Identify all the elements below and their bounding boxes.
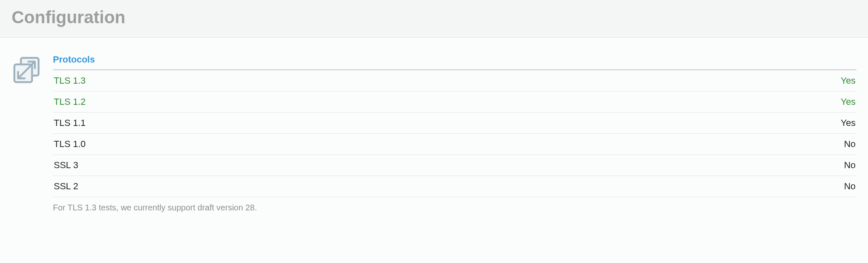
page-header: Configuration: [0, 0, 868, 38]
protocols-table: TLS 1.3 Yes TLS 1.2 Yes TLS 1.1 Yes TLS …: [53, 70, 856, 197]
expand-icon-column: [12, 54, 53, 87]
section-title: Protocols: [53, 54, 856, 70]
table-row: TLS 1.3 Yes: [53, 70, 856, 92]
protocol-value: No: [591, 134, 856, 155]
protocols-section: Protocols TLS 1.3 Yes TLS 1.2 Yes TLS 1.…: [53, 54, 856, 212]
protocol-name: TLS 1.0: [53, 134, 591, 155]
protocol-value: No: [591, 155, 856, 176]
footnote: For TLS 1.3 tests, we currently support …: [53, 197, 856, 212]
protocol-value: Yes: [591, 113, 856, 134]
protocol-value: No: [591, 176, 856, 197]
table-row: SSL 3 No: [53, 155, 856, 176]
table-row: SSL 2 No: [53, 176, 856, 197]
protocol-name: TLS 1.3: [53, 70, 591, 92]
table-row: TLS 1.2 Yes: [53, 92, 856, 113]
configuration-content: Protocols TLS 1.3 Yes TLS 1.2 Yes TLS 1.…: [0, 38, 868, 225]
protocol-value: Yes: [591, 70, 856, 92]
page-title: Configuration: [12, 7, 856, 27]
expand-icon[interactable]: [12, 79, 41, 86]
protocol-value: Yes: [591, 92, 856, 113]
protocol-name: TLS 1.1: [53, 113, 591, 134]
protocol-name: SSL 3: [53, 155, 591, 176]
table-row: TLS 1.1 Yes: [53, 113, 856, 134]
table-row: TLS 1.0 No: [53, 134, 856, 155]
protocol-name: SSL 2: [53, 176, 591, 197]
protocol-name: TLS 1.2: [53, 92, 591, 113]
